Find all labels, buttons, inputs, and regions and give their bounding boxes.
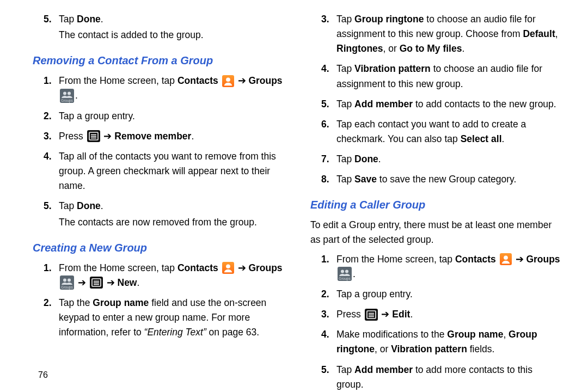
contacts-icon: [500, 253, 512, 265]
page-number: 76: [38, 369, 48, 382]
step: Tap Group ringtone to choose an audio fi…: [310, 12, 561, 56]
steps-removing: From the Home screen, tap Contacts ➔ Gro…: [33, 74, 283, 229]
steps-editing: From the Home screen, tap Contacts ➔ Gro…: [310, 252, 561, 393]
contacts-icon: [222, 75, 234, 87]
menu-icon: [87, 130, 100, 142]
menu-icon: [365, 309, 378, 321]
heading-creating-group: Creating a New Group: [33, 240, 283, 256]
step: Tap Vibration pattern to choose an audio…: [310, 62, 561, 91]
step: Make modifications to the Group name, Gr…: [310, 327, 561, 357]
groups-icon: [60, 275, 74, 290]
step: Press ➔ Edit.: [310, 307, 561, 322]
step-result: The contact is added to the group.: [59, 28, 283, 42]
step-result: The contacts are now removed from the gr…: [59, 215, 283, 230]
step: From the Home screen, tap Contacts ➔ Gro…: [33, 74, 283, 103]
step: Tap Done.: [310, 152, 561, 167]
menu-icon: [90, 277, 103, 289]
steps-creating-cont: Tap Group ringtone to choose an audio fi…: [310, 12, 561, 187]
step: From the Home screen, tap Contacts ➔ Gro…: [33, 261, 283, 291]
prev-section-tail: Tap Done. The contact is added to the gr…: [33, 12, 283, 42]
groups-icon: [338, 267, 352, 281]
editing-intro: To edit a Group entry, there must be at …: [310, 218, 561, 247]
steps-creating: From the Home screen, tap Contacts ➔ Gro…: [33, 261, 283, 340]
groups-icon: [60, 89, 74, 103]
step: Tap Add member to add contacts to the ne…: [310, 97, 561, 112]
step: Tap Add member to add more contacts to t…: [310, 363, 561, 392]
step: Tap Done. The contacts are now removed f…: [33, 199, 283, 229]
step: From the Home screen, tap Contacts ➔ Gro…: [310, 252, 561, 282]
contacts-icon: [222, 262, 234, 274]
left-column: Tap Done. The contact is added to the gr…: [33, 10, 283, 392]
manual-page: Tap Done. The contact is added to the gr…: [0, 0, 588, 392]
heading-removing-contact: Removing a Contact From a Group: [33, 52, 283, 69]
step: Tap a group entry.: [310, 287, 561, 302]
right-column: Tap Group ringtone to choose an audio fi…: [310, 10, 561, 392]
step: Tap a group entry.: [33, 109, 283, 124]
heading-editing-group: Editing a Caller Group: [310, 197, 561, 213]
step: Tap all of the contacts you want to remo…: [33, 149, 283, 193]
step: Press ➔ Remove member.: [33, 129, 283, 144]
step: Tap each contact you want to add to crea…: [310, 117, 561, 146]
step: Tap Save to save the new Group category.: [310, 172, 561, 187]
step: Tap Done. The contact is added to the gr…: [33, 12, 283, 42]
step: Tap the Group name field and use the on-…: [33, 296, 283, 340]
